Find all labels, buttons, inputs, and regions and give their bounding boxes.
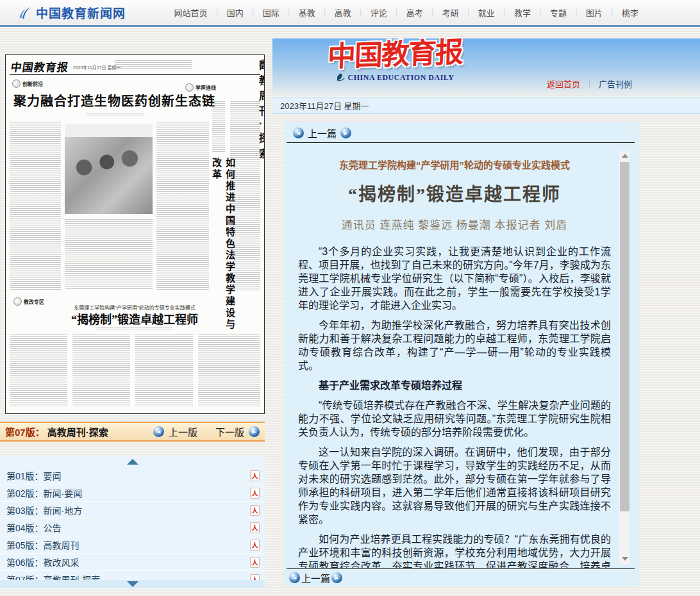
site-nav-item[interactable]: 国内 bbox=[208, 6, 244, 19]
pdf-icon[interactable] bbox=[250, 522, 260, 533]
page-list-item-label: 第01版：要闻 bbox=[6, 469, 62, 482]
thumb-text-column bbox=[10, 122, 61, 290]
edition-current-number: 第07版： bbox=[5, 425, 45, 438]
site-nav-item[interactable]: 专题 bbox=[531, 6, 567, 19]
page-list-item[interactable]: 第05版：高教周刊 bbox=[0, 536, 265, 554]
article-kicker: 东莞理工学院构建“产学研用”轮动的专硕专业实践模式 bbox=[298, 158, 611, 171]
prev-article-button[interactable]: 上一篇 bbox=[308, 126, 337, 140]
stamp-circle-icon bbox=[13, 297, 22, 306]
thumb-masthead: 中国教育报 bbox=[10, 58, 70, 74]
site-nav-list: 网站首页国内国际基教高教评论高考考研就业教学专题图片桃李 bbox=[174, 6, 638, 19]
edition-current-name: 高教周刊·探索 bbox=[47, 425, 108, 438]
site-logo-text: 中国教育新闻网 bbox=[36, 4, 126, 21]
page-list-item[interactable]: 第01版：要闻 bbox=[0, 467, 265, 484]
page-list-scroll-up[interactable] bbox=[0, 456, 265, 467]
article-paragraph: “3个多月的企业实习实践，让我更清楚地认识到企业的工作流程、项目开展，也找到了自… bbox=[298, 245, 611, 312]
pdf-icon[interactable] bbox=[250, 557, 260, 568]
thumb-masthead-info-lines bbox=[115, 60, 192, 69]
stamp-circle-icon bbox=[12, 79, 21, 88]
brand-title: 中国教育报 bbox=[327, 36, 463, 74]
page-list-scroll-down[interactable] bbox=[0, 580, 265, 588]
brand-english-row: CHINA EDUCATION DAILY bbox=[315, 73, 475, 83]
page-list-item[interactable]: 第02版：新闻·要闻 bbox=[0, 484, 265, 502]
next-edition-icon[interactable] bbox=[249, 426, 260, 437]
scroll-down-icon[interactable] bbox=[619, 554, 630, 564]
prev-edition-icon[interactable] bbox=[153, 426, 164, 437]
scroll-up-icon[interactable] bbox=[619, 151, 630, 161]
thumb-text-column bbox=[156, 122, 209, 290]
thumb-text-column bbox=[65, 219, 153, 290]
prev-article-row-top: 上一篇 bbox=[293, 126, 351, 140]
site-nav-item[interactable]: 评论 bbox=[351, 6, 387, 19]
page-list-item[interactable]: 第04版：公告 bbox=[0, 519, 265, 536]
site-nav-item[interactable]: 图片 bbox=[567, 6, 603, 19]
thumb-text-column bbox=[135, 335, 193, 406]
thumb-photo bbox=[65, 124, 153, 214]
site-nav-item[interactable]: 教学 bbox=[495, 6, 531, 19]
brand-header: 中国教育报 CHINA EDUCATION DAILY 返回首页 ｜ 广告刊例 bbox=[272, 38, 700, 95]
page-list-item-label: 第03版：新闻·地方 bbox=[6, 504, 82, 517]
article-scrollbar bbox=[619, 151, 630, 564]
logo-swoosh-icon bbox=[17, 5, 32, 21]
pdf-icon[interactable] bbox=[250, 505, 260, 516]
triangle-down-icon bbox=[127, 581, 138, 587]
top-nav: 中国教育新闻网 网站首页国内国际基教高教评论高考考研就业教学专题图片桃李 bbox=[0, 0, 700, 27]
thumb-headline-bottom: “揭榜制”锻造卓越工程师 bbox=[35, 310, 235, 327]
site-nav-item[interactable]: 高教 bbox=[315, 6, 351, 19]
article-panel: 上一篇 东莞理工学院构建“产学研用”轮动的专硕专业实践模式 “揭榜制”锻造卓越工… bbox=[284, 122, 639, 586]
article-paragraph: 基于产业需求改革专硕培养过程 bbox=[298, 379, 611, 392]
page-list: 第01版：要闻 第02版：新闻·要闻 第03版：新闻·地方 第04版：公告 第0… bbox=[0, 467, 265, 588]
thumb-edition-number: 07 bbox=[259, 56, 265, 73]
current-date: 2023年11月27日 星期一 bbox=[280, 99, 369, 112]
thumb-byline-lines bbox=[96, 327, 172, 330]
article-divider bbox=[287, 142, 635, 143]
page-list-item[interactable]: 第03版：新闻·地方 bbox=[0, 502, 265, 519]
next-article-icon[interactable] bbox=[340, 128, 351, 138]
prev-article-button[interactable]: 上一篇 bbox=[301, 571, 330, 584]
page-list-item-label: 第05版：高教周刊 bbox=[6, 538, 79, 551]
brand-english-text: CHINA EDUCATION DAILY bbox=[348, 73, 454, 83]
prev-edition-button[interactable]: 上一版 bbox=[169, 425, 197, 438]
thumb-headline-top: 聚力融合打造生物医药创新生态链 bbox=[13, 91, 206, 110]
pdf-icon[interactable] bbox=[250, 470, 260, 481]
site-nav-item[interactable]: 桃李 bbox=[603, 6, 638, 19]
site-nav-item[interactable]: 国际 bbox=[244, 6, 279, 19]
leaf-icon bbox=[336, 73, 346, 83]
thumb-masthead-rule bbox=[10, 74, 260, 75]
site-nav-item[interactable]: 就业 bbox=[459, 6, 495, 19]
edition-bar: 第07版： 高教周刊·探索 上一版 下一版 bbox=[0, 422, 265, 442]
page-list-item-label: 第04版：公告 bbox=[6, 521, 62, 534]
thumb-text-column bbox=[10, 335, 67, 406]
back-home-link[interactable]: 返回首页 bbox=[547, 78, 580, 90]
article-title: “揭榜制”锻造卓越工程师 bbox=[298, 180, 611, 206]
thumb-masthead-date: 2023年11月27日 星期一 bbox=[73, 64, 121, 70]
site-nav-item[interactable]: 基教 bbox=[279, 6, 315, 19]
next-edition-button[interactable]: 下一版 bbox=[215, 425, 244, 438]
thumb-text-column bbox=[212, 101, 225, 153]
triangle-up-icon bbox=[127, 459, 138, 465]
ad-rates-link[interactable]: 广告刊例 bbox=[599, 78, 632, 90]
article-paragraph: “传统专硕培养模式存在产教融合不深、学生解决复杂产业问题的能力不强、学位论文缺乏… bbox=[298, 399, 611, 439]
prev-article-icon[interactable] bbox=[289, 572, 300, 583]
site-logo[interactable]: 中国教育新闻网 bbox=[17, 4, 126, 21]
pdf-icon[interactable] bbox=[250, 540, 260, 550]
thumb-text-column bbox=[198, 335, 260, 406]
article-paragraph: 如何为产业培养更具工程实践能力的专硕？“广东东莞拥有优良的产业环境和丰富的科技创… bbox=[298, 533, 611, 568]
scrollbar-thumb[interactable] bbox=[620, 162, 629, 511]
article-content: 东莞理工学院构建“产学研用”轮动的专硕专业实践模式 “揭榜制”锻造卓越工程师 通… bbox=[298, 153, 611, 568]
thumb-byline-lines bbox=[86, 113, 144, 116]
link-separator: ｜ bbox=[585, 78, 594, 90]
page-list-item[interactable]: 第06版：教改风采 bbox=[0, 554, 265, 571]
page-list-panel: 第01版：要闻 第02版：新闻·要闻 第03版：新闻·地方 第04版：公告 第0… bbox=[0, 456, 265, 588]
article-paragraph: 这一认知来自学院的深入调研。在调研中，他们发现，由于部分专硕在入学第一年时忙于课… bbox=[298, 445, 611, 526]
thumb-column-stamp-3: 教改专区 bbox=[13, 297, 44, 306]
prev-article-icon[interactable] bbox=[293, 128, 304, 138]
next-article-icon[interactable] bbox=[331, 572, 342, 583]
thumb-column-stamp-1: 创新前沿 bbox=[12, 79, 43, 88]
page-list-item-label: 第06版：教改风采 bbox=[6, 556, 79, 568]
article-divider bbox=[287, 568, 635, 569]
pdf-icon[interactable] bbox=[250, 488, 260, 499]
site-nav-item[interactable]: 考研 bbox=[423, 6, 459, 19]
site-nav-item[interactable]: 网站首页 bbox=[174, 6, 208, 19]
site-nav-item[interactable]: 高考 bbox=[387, 6, 423, 19]
